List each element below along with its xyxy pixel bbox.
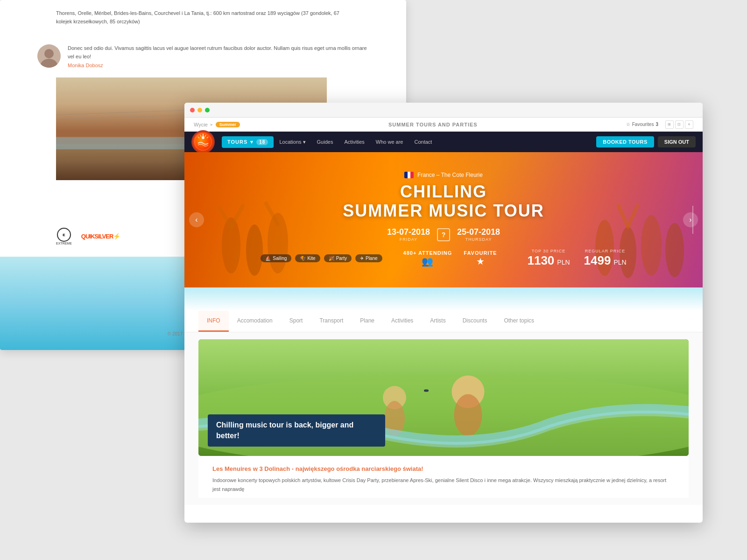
hero-prev-arrow[interactable]: ‹ xyxy=(189,212,204,227)
svg-point-24 xyxy=(665,223,684,277)
tab-plane[interactable]: Plane xyxy=(352,311,383,332)
topbar-right: ☆ Favourites 3 ⊞ ⊡ ≡ xyxy=(626,120,693,129)
sign-out-button[interactable]: SIGN OUT xyxy=(658,136,696,147)
tab-discounts[interactable]: Discounts xyxy=(454,311,496,332)
browser-window: Wycie ▸ Summer SUMMER TOURS AND PARTIES … xyxy=(184,103,703,523)
topbar-icon-1[interactable]: ⊞ xyxy=(665,120,674,129)
nav-guides[interactable]: Guides xyxy=(311,139,339,145)
tab-other-topics[interactable]: Other topics xyxy=(495,311,543,332)
booked-tours-button[interactable]: BOOKED TOURS xyxy=(596,136,654,147)
quiksilver-logo: QUIKSILVER⚡ xyxy=(81,233,120,240)
browser-close-dot[interactable] xyxy=(190,108,195,112)
nav-locations[interactable]: Locations▾ xyxy=(274,139,311,145)
content-subtitle: Les Menuires w 3 Dolinach - największego… xyxy=(212,465,675,472)
content-image-block: Chilling music tour is back, bigger and … xyxy=(198,339,689,456)
hero-flag xyxy=(404,172,414,178)
topbar-icons: ⊞ ⊡ ≡ xyxy=(665,120,693,129)
nav-contact[interactable]: Contact xyxy=(409,139,438,145)
hero-tags: ⛵ Sailing 🪁 Kite 🎉 Party ✈ Plane xyxy=(261,254,382,262)
hero-country: France – The Cote Fleurie xyxy=(404,172,483,178)
nav-tours-button[interactable]: TOURS ▾ 18 xyxy=(222,136,274,148)
main-content: Chilling music tour is back, bigger and … xyxy=(184,332,703,505)
svg-line-16 xyxy=(198,137,199,138)
content-tabs: INFO Accomodation Sport Transport Plane … xyxy=(184,311,703,332)
hero-date-separator: ? xyxy=(437,228,450,241)
svg-line-13 xyxy=(205,135,206,137)
tab-info[interactable]: INFO xyxy=(198,311,229,332)
site-topbar: Wycie ▸ Summer SUMMER TOURS AND PARTIES … xyxy=(184,118,703,132)
browser-chrome xyxy=(184,103,703,118)
site-nav: TOURS ▾ 18 Locations▾ Guides Activities … xyxy=(184,132,703,152)
svg-point-23 xyxy=(641,215,662,276)
nav-who-we-are[interactable]: Who we are xyxy=(370,139,409,145)
svg-rect-31 xyxy=(408,172,410,178)
hero-stat-favourite[interactable]: FAVOURITE ★ xyxy=(464,250,497,267)
tab-artists[interactable]: Artists xyxy=(422,311,454,332)
hero-date-start: 13-07-2018 FRIDAY xyxy=(387,227,430,242)
svg-rect-39 xyxy=(424,390,429,392)
svg-line-14 xyxy=(207,137,208,138)
hero-stats: 480+ ATTENDING 👥 FAVOURITE ★ xyxy=(403,250,497,267)
hero-date-end: 25-07-2018 THURSDAY xyxy=(457,227,500,242)
nav-activities[interactable]: Activities xyxy=(338,139,370,145)
browser-max-dot[interactable] xyxy=(205,108,210,112)
avatar xyxy=(37,44,61,68)
tab-sport[interactable]: Sport xyxy=(281,311,311,332)
extreme-logo: E EXTREME xyxy=(56,228,72,245)
bg-top-text: Thorens, Orelle, Méribel, Brides-les-Bai… xyxy=(0,0,406,35)
hero-prices: TOP 30 PRICE 1130 PLN REGULAR PRICE 1499… xyxy=(527,249,626,268)
nav-logo xyxy=(191,130,215,154)
wave-divider xyxy=(184,287,703,311)
bg-quote-author: Monika Dobosz xyxy=(68,63,369,68)
site-brand-top: SUMMER TOURS AND PARTIES xyxy=(388,122,478,127)
topbar-icon-2[interactable]: ⊡ xyxy=(675,120,684,129)
hero-title: CHILLING SUMMER MUSIC TOUR xyxy=(343,182,544,221)
hero-dates: 13-07-2018 FRIDAY ? 25-07-2018 THURSDAY xyxy=(387,227,500,242)
browser-min-dot[interactable] xyxy=(197,108,202,112)
content-image-overlay: Chilling music tour is back, bigger and … xyxy=(198,405,689,456)
content-body: Indoorowe koncerty topowych polskich art… xyxy=(212,476,675,493)
hero-tag-party[interactable]: 🎉 Party xyxy=(324,254,352,262)
hero-top-price: TOP 30 PRICE 1130 PLN xyxy=(527,249,570,268)
svg-rect-30 xyxy=(404,172,408,178)
tab-activities[interactable]: Activities xyxy=(383,311,422,332)
bg-quote-text: Donec sed odio dui. Vivamus sagittis lac… xyxy=(68,44,369,61)
hero-tag-sailing[interactable]: ⛵ Sailing xyxy=(261,254,291,262)
content-image-badge: Chilling music tour is back, bigger and … xyxy=(208,414,385,447)
content-text-area: Les Menuires w 3 Dolinach - największego… xyxy=(198,456,689,498)
tours-count-badge: 18 xyxy=(256,139,268,145)
hero-bottom-bar: ⛵ Sailing 🪁 Kite 🎉 Party ✈ Plane 480+ AT… xyxy=(261,249,626,268)
topbar-favourites[interactable]: ☆ Favourites 3 xyxy=(626,122,658,127)
topbar-season: Summer xyxy=(216,122,240,127)
svg-rect-32 xyxy=(410,172,414,178)
svg-point-1 xyxy=(44,49,54,58)
hero-tag-kite[interactable]: 🪁 Kite xyxy=(295,254,320,262)
svg-line-15 xyxy=(200,135,201,137)
topbar-left: Wycie ▸ Summer xyxy=(194,122,240,127)
tab-accomodation[interactable]: Accomodation xyxy=(229,311,281,332)
hero-stat-attending: 480+ ATTENDING 👥 xyxy=(403,250,452,267)
topbar-icon-3[interactable]: ≡ xyxy=(685,120,693,129)
hero-next-arrow[interactable]: › xyxy=(683,212,698,227)
hero-tag-plane[interactable]: ✈ Plane xyxy=(355,254,382,262)
tab-transport[interactable]: Transport xyxy=(311,311,352,332)
hero-regular-price: REGULAR PRICE 1499 PLN xyxy=(584,249,627,268)
hero-section: ‹ › France – The Cote Fleurie CHILLING S… xyxy=(184,152,703,287)
topbar-breadcrumb: Wycie xyxy=(194,122,208,127)
hero-country-text: France – The Cote Fleurie xyxy=(417,172,483,178)
